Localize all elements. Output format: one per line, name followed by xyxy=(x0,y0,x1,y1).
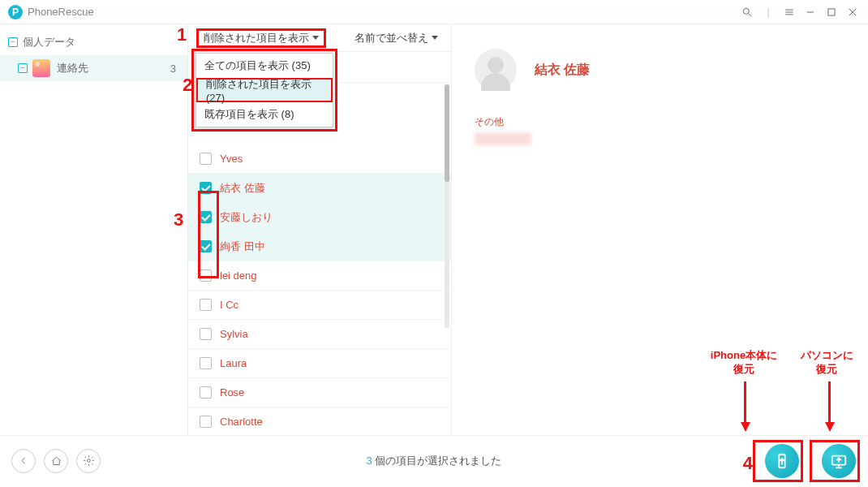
contact-name: Laura xyxy=(220,357,247,369)
footer-bar: 3 個の項目が選択されました xyxy=(0,435,868,485)
divider-icon: | xyxy=(759,3,777,21)
filter-dropdown[interactable]: 削除された項目を表示 xyxy=(196,28,326,48)
collapse-icon[interactable]: − xyxy=(8,37,18,47)
detail-other-label: その他 xyxy=(475,115,845,129)
app-title: PhoneRescue xyxy=(28,6,94,18)
checkbox[interactable] xyxy=(200,416,212,428)
collapse-icon[interactable]: − xyxy=(18,63,28,73)
annotation-label-device: iPhone本体に復元 xyxy=(707,349,780,377)
contact-name: Charlotte xyxy=(220,416,263,428)
sidebar-item-count: 3 xyxy=(170,62,176,75)
sort-label: 名前で並べ替え xyxy=(355,31,428,45)
status-count: 3 xyxy=(367,455,372,467)
annotation-arrowhead xyxy=(741,422,750,432)
filter-dropdown-panel-highlight: 全ての項目を表示 (35) 削除された項目を表示 (27) 既存項目を表示 (8… xyxy=(191,49,337,131)
svg-point-9 xyxy=(87,459,90,463)
contact-name: 安藤しおり xyxy=(220,210,273,225)
detail-other-value xyxy=(475,132,531,145)
checkbox[interactable] xyxy=(200,328,212,340)
chevron-down-icon xyxy=(432,36,438,40)
detail-contact-name: 結衣 佐藤 xyxy=(535,62,590,79)
checkbox[interactable] xyxy=(200,153,212,165)
status-text: 3 個の項目が選択されました xyxy=(367,454,502,468)
svg-point-0 xyxy=(743,8,749,14)
list-item[interactable]: Yves xyxy=(188,144,451,174)
sidebar-item-label: 連絡先 xyxy=(57,61,165,75)
sort-dropdown[interactable]: 名前で並べ替え xyxy=(350,28,443,48)
menu-icon[interactable] xyxy=(780,3,798,21)
list-item[interactable]: Charlotte xyxy=(188,407,451,435)
contact-name: 結衣 佐藤 xyxy=(220,181,265,196)
list-item[interactable]: I Cc xyxy=(188,291,451,320)
list-item[interactable]: 絢香 田中 xyxy=(188,232,451,261)
search-icon[interactable] xyxy=(738,3,756,21)
contact-name: Rose xyxy=(220,386,244,399)
contacts-icon xyxy=(32,59,50,77)
scrollbar-thumb[interactable] xyxy=(445,84,449,182)
contact-name: 絢香 田中 xyxy=(220,239,265,254)
filter-option[interactable]: 削除された項目を表示 (27) xyxy=(196,78,333,102)
list-item[interactable]: 結衣 佐藤 xyxy=(188,174,451,203)
minimize-button[interactable] xyxy=(801,3,819,21)
sidebar: − 個人データ − 連絡先 3 xyxy=(0,24,188,435)
close-button[interactable] xyxy=(844,3,862,21)
svg-rect-6 xyxy=(828,8,835,15)
annotation-arrowhead xyxy=(825,422,835,432)
checkbox[interactable] xyxy=(200,357,212,369)
filter-current: 削除された項目を表示 xyxy=(204,31,309,45)
chevron-down-icon xyxy=(312,36,319,40)
sidebar-root-label: 個人データ xyxy=(23,35,179,50)
checkbox[interactable] xyxy=(200,386,212,399)
status-label: 個の項目が選択されました xyxy=(375,455,501,467)
home-button[interactable] xyxy=(44,449,68,473)
title-bar: P PhoneRescue | xyxy=(0,0,868,24)
recover-to-device-button[interactable] xyxy=(765,444,799,478)
list-item[interactable]: lei deng xyxy=(188,261,451,291)
checkbox[interactable] xyxy=(200,299,212,311)
recover-to-pc-highlight xyxy=(810,440,860,482)
recover-to-device-highlight xyxy=(753,440,803,482)
sidebar-root[interactable]: − 個人データ xyxy=(0,29,187,55)
filter-option[interactable]: 全ての項目を表示 (35) xyxy=(196,54,333,78)
sidebar-item-contacts[interactable]: − 連絡先 3 xyxy=(0,55,187,81)
filter-option[interactable]: 既存項目を表示 (8) xyxy=(196,102,333,127)
annotation-arrow xyxy=(828,381,831,424)
app-logo: P xyxy=(8,5,23,19)
annotation-arrow xyxy=(744,381,746,424)
contact-name: Yves xyxy=(220,153,243,165)
list-item[interactable]: Rose xyxy=(188,378,451,407)
contact-name: Sylvia xyxy=(220,328,248,340)
contact-name: I Cc xyxy=(220,299,238,311)
annotation-label-pc: パソコンに復元 xyxy=(798,349,855,377)
list-item[interactable]: Laura xyxy=(188,349,451,378)
svg-line-1 xyxy=(749,13,752,16)
maximize-button[interactable] xyxy=(823,3,840,21)
filter-dropdown-panel: 全ての項目を表示 (35) 削除された項目を表示 (27) 既存項目を表示 (8… xyxy=(196,53,333,127)
settings-button[interactable] xyxy=(76,449,101,473)
list-item[interactable]: Sylvia xyxy=(188,320,451,349)
contact-list-pane: 削除された項目を表示 名前で並べ替え O=-ECMQOCOMC9QC Yves xyxy=(188,24,452,435)
avatar xyxy=(475,49,517,91)
back-button[interactable] xyxy=(11,449,36,473)
contact-name: lei deng xyxy=(220,269,257,282)
list-item[interactable]: 安藤しおり xyxy=(188,203,451,232)
recover-to-pc-button[interactable] xyxy=(822,444,856,478)
annotation-3-box xyxy=(198,191,219,278)
